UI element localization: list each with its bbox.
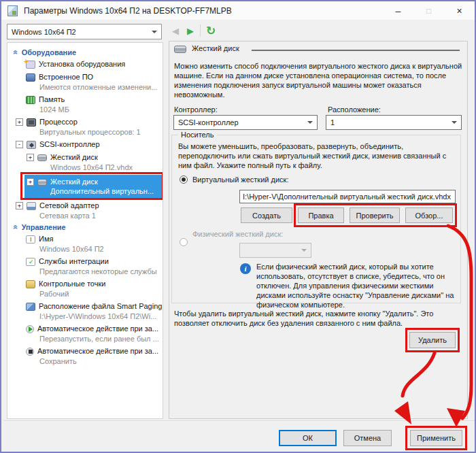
expand-toggle[interactable]: + [27, 154, 34, 161]
tree-item-sub: Предлагаются некоторые службы [7, 267, 163, 276]
browse-button[interactable]: Обзор... [405, 207, 453, 223]
controller-label: Контроллер: [174, 105, 218, 114]
window-controls: – □ × [383, 1, 475, 20]
tree-item-checkpoints[interactable]: Контрольные точки [7, 279, 163, 289]
section-management-label: Управление [22, 223, 66, 231]
name-icon [26, 235, 35, 244]
tree-item-sub: Перезапустить, если ранее был ... [7, 335, 163, 343]
collapse-toggle[interactable]: - [16, 141, 23, 148]
tree-item-hard-disk-1[interactable]: + Жесткий диск [7, 152, 163, 163]
settings-tree: » Оборудование Установка оборудования Вс… [7, 42, 163, 419]
vhd-path-input[interactable] [239, 190, 456, 203]
navigate-back-icon: ◀ [169, 23, 182, 38]
controller-value: SCSI-контроллер [178, 118, 239, 127]
firmware-icon [26, 73, 35, 82]
minimize-button[interactable]: – [383, 1, 413, 20]
auto-start-icon [26, 325, 34, 333]
tree-item-firmware[interactable]: Встроенное ПО [7, 72, 163, 82]
info-icon: i [240, 263, 251, 274]
tree-item-auto-stop-action[interactable]: Автоматическое действие при за... [7, 346, 163, 356]
memory-icon [26, 96, 35, 104]
tree-item-scsi-controller[interactable]: - SCSI-контроллер [7, 139, 163, 150]
create-button[interactable]: Создать [241, 207, 292, 223]
auto-stop-icon [26, 348, 34, 356]
titlebar: Параметры Windows 10x64 П2 на DESKTOP-FF… [1, 1, 475, 20]
tree-item-sub: Сетевая карта 1 [7, 212, 163, 220]
tree-item-network-adapter[interactable]: + Сетевой адаптер [7, 201, 163, 211]
footer-separator [4, 420, 475, 421]
tree-item-name[interactable]: Имя [7, 234, 163, 244]
tree-item-smart-paging[interactable]: Расположение файла Smart Paging [7, 301, 163, 312]
add-hardware-icon [26, 61, 35, 69]
navigate-forward-icon[interactable]: ▶ [184, 23, 197, 38]
scsi-controller-icon [27, 141, 36, 149]
inspect-button[interactable]: Проверить [350, 207, 400, 223]
tree-item-sub: Дополнительный виртуальн... [24, 187, 163, 196]
tree-item-label: Расположение файла Smart Paging [39, 301, 162, 312]
tree-item-label: Установка оборудования [39, 59, 125, 69]
hyperv-settings-icon [7, 5, 18, 16]
tree-item-label: Сетевой адаптер [39, 201, 99, 211]
apply-button[interactable]: Применить [410, 430, 462, 446]
header-rule [252, 50, 460, 51]
close-button[interactable]: × [444, 1, 475, 20]
tree-item-hard-disk-2-selected[interactable]: + Жесткий диск Дополнительный виртуальн.… [24, 175, 163, 198]
tree-item-sub: I:\Hyper-V\Windows 10x64 П2\Wi... [7, 312, 163, 321]
remove-hint-text: Чтобы удалить виртуальный жесткий диск, … [174, 309, 461, 328]
tree-item-auto-start-action[interactable]: Автоматическое действие при за... [7, 324, 163, 334]
refresh-icon[interactable]: ↻ [204, 23, 218, 38]
tree-item-label: Жесткий диск [50, 152, 98, 163]
controller-dropdown[interactable]: SCSI-контроллер [173, 115, 318, 130]
network-adapter-icon [27, 202, 36, 210]
hard-disk-icon [37, 154, 47, 161]
cancel-button[interactable]: Отмена [343, 430, 392, 446]
tree-item-row[interactable]: + Жесткий диск [24, 177, 163, 187]
hard-disk-icon [174, 46, 186, 53]
tree-item-label: Имя [39, 234, 53, 244]
panel-title: Жесткий диск [192, 44, 239, 52]
tree-item-sub: 1024 МБ [7, 105, 163, 114]
expand-toggle[interactable]: + [27, 178, 34, 186]
collapse-section-icon: » [12, 225, 18, 230]
chevron-down-icon [152, 31, 157, 36]
edit-button[interactable]: Правка [298, 207, 344, 223]
physical-disk-dropdown [239, 243, 311, 258]
physical-disk-radio [180, 238, 188, 246]
expand-toggle[interactable]: + [16, 118, 23, 126]
section-management[interactable]: » Управление [13, 223, 163, 231]
section-hardware[interactable]: » Оборудование [13, 48, 163, 56]
expand-toggle[interactable]: + [16, 202, 23, 209]
integration-services-icon [26, 258, 35, 266]
vm-selector-value: Windows 10x64 П2 [12, 28, 76, 36]
media-text: Вы можете уменьшить, преобразовать, разв… [178, 141, 456, 170]
info-text: Если физический жесткий диск, который вы… [256, 262, 456, 309]
tree-item-label: Жесткий диск [50, 177, 98, 187]
tree-item-sub: Имеются отложенные изменени... [7, 83, 163, 92]
window-title: Параметры Windows 10x64 П2 на DESKTOP-FF… [24, 6, 232, 16]
tree-item-memory[interactable]: Память [7, 95, 163, 105]
tree-item-label: Службы интеграции [39, 256, 109, 267]
physical-disk-radio-label: Физический жесткий диск: [192, 230, 283, 238]
virtual-disk-radio[interactable] [180, 175, 188, 184]
tree-item-label: Контрольные точки [39, 279, 105, 289]
tree-item-sub: Windows 10x64 П2 [7, 245, 163, 254]
location-value: 1 [330, 118, 335, 127]
tree-item-label: Автоматическое действие при за... [37, 324, 158, 334]
chevron-down-icon [452, 121, 457, 127]
checkpoints-icon [26, 280, 35, 288]
location-dropdown[interactable]: 1 [326, 115, 462, 130]
tree-item-sub: Рабочий [7, 290, 163, 299]
vm-selector-dropdown[interactable]: Windows 10x64 П2 [7, 24, 162, 39]
chevron-down-icon [301, 249, 307, 254]
hyperv-settings-window: Параметры Windows 10x64 П2 на DESKTOP-FF… [0, 0, 476, 453]
ok-button[interactable]: ОК [279, 430, 337, 446]
maximize-button: □ [413, 1, 444, 20]
remove-button[interactable]: Удалить [409, 332, 456, 348]
tree-item-label: Память [39, 95, 65, 105]
tree-item-sub: Сохранить [7, 357, 163, 366]
tree-item-integration-services[interactable]: Службы интеграции [7, 256, 163, 267]
tree-item-add-hardware[interactable]: Установка оборудования [7, 59, 163, 69]
tree-item-processor[interactable]: + Процессор [7, 117, 163, 127]
tree-item-sub: Windows 10x64 П2.vhdx [7, 163, 163, 172]
toolbar-separator [200, 24, 201, 37]
